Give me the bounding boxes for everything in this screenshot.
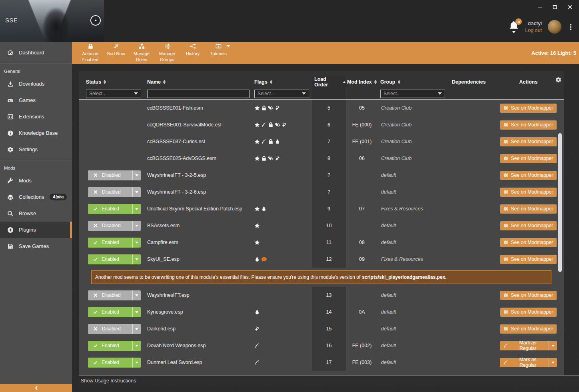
plugin-enabled-toggle[interactable]: Enabled [88,238,141,248]
plugin-row[interactable]: DisabledBSAssets.esm10defaultSee on Modm… [79,217,564,234]
plugin-enabled-toggle[interactable]: Enabled [88,341,141,351]
mod-index-column-header[interactable]: Mod Index [346,76,378,88]
plugin-enabled-toggle[interactable]: Enabled [88,307,141,317]
toggle-caret[interactable] [132,358,141,368]
caret-down-icon [551,345,555,347]
plugin-enabled-toggle[interactable]: Enabled [88,358,141,368]
toggle-caret[interactable] [132,170,141,180]
sidebar-item-games[interactable]: Games [0,92,72,108]
minimize-button[interactable] [537,4,543,10]
see-on-modmapper-button[interactable]: See on Modmapper [500,171,557,180]
plugin-row[interactable]: EnabledCampfire.esm1108defaultSee on Mod… [79,234,564,251]
name-filter-input[interactable] [147,90,250,98]
toggle-caret[interactable] [132,307,141,317]
see-on-modmapper-button[interactable]: See on Modmapper [500,154,557,163]
see-on-modmapper-button[interactable]: See on Modmapper [500,137,557,146]
dependencies-cell [448,234,500,251]
sidebar-item-knowledge-base[interactable]: Knowledge Base [0,125,72,141]
table-scrollbar[interactable] [558,133,562,272]
flags-cell [254,320,312,337]
flags-column-header[interactable]: Flags [254,76,312,88]
sidebar-item-extensions[interactable]: Extensions [0,108,72,125]
action-caret[interactable] [549,358,557,367]
notifications-button[interactable]: 3 [509,20,519,33]
history-button[interactable]: History [180,43,206,63]
tutorials-button[interactable]: Tutorials [206,43,231,63]
plugin-row[interactable]: DisabledDarkend.esp15defaultSee on Modma… [79,320,564,337]
maximize-button[interactable] [552,4,557,10]
mark-as-regular-button[interactable]: Mark as Regular [500,341,557,350]
manage-rules-button[interactable]: Manage Rules [129,43,154,63]
see-on-modmapper-button[interactable]: See on Modmapper [500,308,557,317]
toggle-caret[interactable] [132,254,141,264]
sidebar-item-downloads[interactable]: Downloads [0,76,72,92]
plugin-disabled-toggle[interactable]: Disabled [88,221,141,231]
toggle-caret[interactable] [132,187,141,197]
flags-filter-select[interactable]: Select... [254,90,309,98]
toggle-caret[interactable] [132,341,141,351]
group-column-header[interactable]: Group [378,76,448,88]
plugin-row[interactable]: EnabledUnofficial Skyrim Special Edition… [79,200,564,217]
actions-cell: See on Modmapper [500,133,557,150]
see-on-modmapper-button[interactable]: See on Modmapper [500,120,557,130]
plugin-enabled-toggle[interactable]: Enabled [88,204,141,214]
plugin-row[interactable]: EnabledDunmeri Leaf Sword.esp17FE (003)d… [79,354,564,371]
status-label: Enabled [102,206,132,212]
sidebar-item-browse[interactable]: Browse [0,205,72,222]
autosort-button[interactable]: Autosort Enabled [78,43,103,63]
logout-link[interactable]: Log out [525,28,542,33]
sort-now-button[interactable]: Sort Now [103,43,129,63]
plugin-disabled-toggle[interactable]: Disabled [88,290,141,300]
plugin-row[interactable]: ccBGSSSE037-Curios.esl7FE (001)Creation … [79,133,564,150]
play-game-button[interactable] [90,15,101,26]
sidebar-item-collections[interactable]: CollectionsAlpha [0,189,72,205]
group-cell: Creation Club [378,116,448,133]
avatar[interactable] [548,20,561,34]
toggle-caret[interactable] [132,221,141,231]
plugin-enabled-toggle[interactable]: Enabled [88,254,141,264]
status-column-header[interactable]: Status [79,76,146,88]
see-on-modmapper-button[interactable]: See on Modmapper [500,238,557,247]
plugin-disabled-toggle[interactable]: Disabled [88,187,141,197]
plugin-disabled-toggle[interactable]: Disabled [88,324,141,334]
plugin-row[interactable]: DisabledWayshrinesIFT.esp13defaultSee on… [79,287,564,304]
mark-as-regular-button[interactable]: Mark as Regular [500,358,557,367]
see-on-modmapper-button[interactable]: See on Modmapper [500,221,557,230]
see-on-modmapper-button[interactable]: See on Modmapper [500,188,557,197]
usage-instructions-toggle[interactable]: Show Usage Instructions [79,375,579,386]
sidebar-item-mods[interactable]: Mods [0,172,72,189]
see-on-modmapper-button[interactable]: See on Modmapper [500,291,557,300]
sidebar-item-plugins[interactable]: Plugins [0,222,72,238]
plugin-row[interactable]: ccBGSSSE025-AdvDSGS.esm806Creation ClubS… [79,150,564,167]
plugin-name: Kynesgrove.esp [146,304,254,320]
see-on-modmapper-button[interactable]: See on Modmapper [500,204,557,214]
sidebar-item-save-games[interactable]: Save Games [0,238,72,254]
group-filter-select[interactable]: Select... [380,90,445,98]
column-settings-button[interactable] [555,77,561,83]
plugin-row[interactable]: EnabledDovah Nord Weapons.esp16FE (002)d… [79,337,564,354]
sidebar-item-settings[interactable]: Settings [0,141,72,158]
load-order-column-header[interactable]: Load Order [312,76,346,88]
plugin-row[interactable]: EnabledSkyUI_SE.esp1209Fixes & Resources… [79,251,564,268]
see-on-modmapper-button[interactable]: See on Modmapper [500,255,557,264]
action-caret[interactable] [549,341,557,350]
sidebar-item-dashboard[interactable]: Dashboard [0,44,72,61]
kebab-menu-button[interactable] [567,24,574,30]
plugin-row[interactable]: ccBGSSSE001-Fish.esm505Creation ClubSee … [79,100,564,116]
toggle-caret[interactable] [132,324,141,334]
toggle-caret[interactable] [132,290,141,300]
plugin-row[interactable]: DisabledWayshrinesIFT - 3-2-6.esp?defaul… [79,184,564,200]
plugin-row[interactable]: EnabledKynesgrove.esp140AdefaultSee on M… [79,304,564,320]
toggle-caret[interactable] [132,238,141,248]
plugin-row[interactable]: DisabledWayshrinesIFT - 3-2-5.esp?defaul… [79,167,564,184]
manage-groups-button[interactable]: Manage Groups [154,43,180,63]
toggle-caret[interactable] [132,204,141,214]
name-column-header[interactable]: Name [146,76,254,88]
sidebar-collapse-button[interactable] [0,384,72,392]
see-on-modmapper-button[interactable]: See on Modmapper [500,324,557,334]
plugin-row[interactable]: ccQDRSSE001-SurvivalMode.esl6FE (000)Cre… [79,116,564,133]
plugin-disabled-toggle[interactable]: Disabled [88,170,141,180]
status-filter-select[interactable]: Select... [86,90,141,98]
see-on-modmapper-button[interactable]: See on Modmapper [500,104,557,113]
close-button[interactable] [567,4,573,10]
